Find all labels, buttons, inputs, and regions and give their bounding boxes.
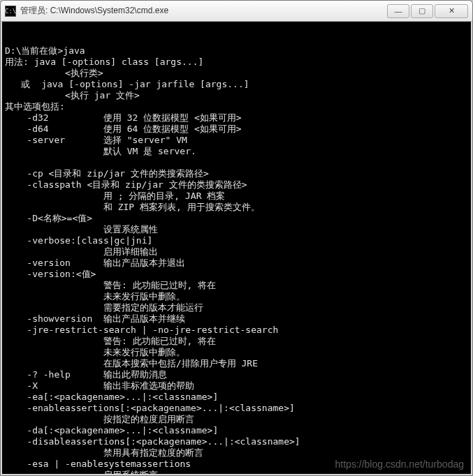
window-controls: — ▢ ✕ xyxy=(387,4,468,18)
maximize-button[interactable]: ▢ xyxy=(411,4,433,18)
cmd-window: C:\ 管理员: C:\Windows\System32\cmd.exe — ▢… xyxy=(0,0,473,476)
titlebar[interactable]: C:\ 管理员: C:\Windows\System32\cmd.exe — ▢… xyxy=(1,1,472,22)
terminal-area[interactable]: D:\当前在做>java 用法: java [-options] class [… xyxy=(1,22,472,475)
terminal-output: D:\当前在做>java 用法: java [-options] class [… xyxy=(5,45,468,475)
minimize-button[interactable]: — xyxy=(387,4,409,18)
close-button[interactable]: ✕ xyxy=(435,4,468,18)
watermark-text: https://blog.csdn.net/turbodag xyxy=(335,459,464,470)
cmd-icon: C:\ xyxy=(5,6,16,17)
window-title: 管理员: C:\Windows\System32\cmd.exe xyxy=(20,5,387,17)
